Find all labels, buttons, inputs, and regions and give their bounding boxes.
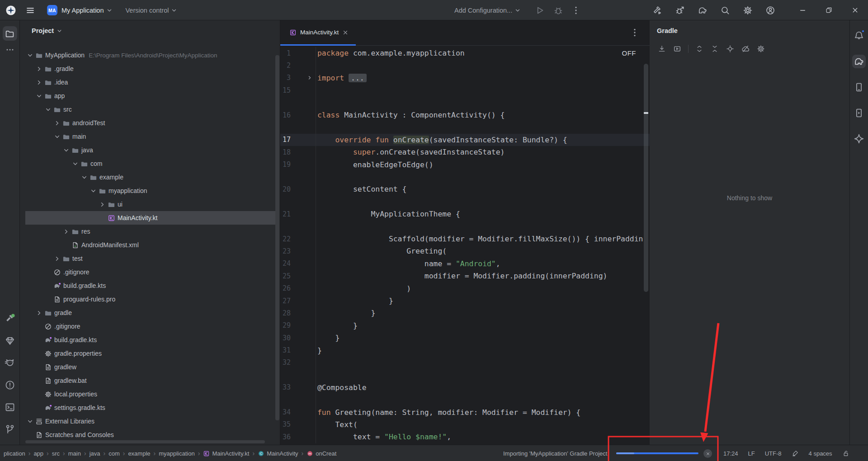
- code-line[interactable]: 28 }: [280, 307, 650, 319]
- line-number[interactable]: 2: [280, 59, 316, 71]
- line-number[interactable]: 15: [280, 84, 316, 96]
- run-configuration-selector[interactable]: Add Configuration...: [454, 7, 512, 14]
- expand-all-button[interactable]: [693, 43, 705, 55]
- breadcrumb-item[interactable]: src: [52, 450, 60, 457]
- tree-item[interactable]: build.gradle.kts: [25, 333, 275, 347]
- code-line[interactable]: 20 setContent {: [280, 183, 650, 195]
- line-number[interactable]: 33: [280, 381, 316, 394]
- tree-item[interactable]: src: [25, 103, 275, 116]
- tree-item[interactable]: External Libraries: [25, 414, 275, 428]
- gradle-settings-button[interactable]: [755, 43, 767, 55]
- code-line[interactable]: 25 modifier = Modifier.padding(innerPadd…: [280, 270, 650, 282]
- chevron-down-icon[interactable]: [44, 106, 52, 113]
- code-line[interactable]: 16class MainActivity : ComponentActivity…: [280, 109, 650, 121]
- line-number[interactable]: 29: [280, 320, 316, 332]
- debug-button[interactable]: [553, 5, 564, 16]
- tree-item[interactable]: myapplication: [25, 184, 275, 198]
- run-button[interactable]: [534, 5, 545, 16]
- chevron-right-icon[interactable]: [62, 228, 70, 235]
- settings-button[interactable]: [741, 4, 754, 17]
- code-line[interactable]: 23 Greeting(: [280, 245, 650, 257]
- breadcrumb-item[interactable]: example: [128, 450, 150, 457]
- editor-options-button[interactable]: [630, 28, 640, 38]
- line-number[interactable]: 30: [280, 332, 316, 344]
- version-control-menu[interactable]: Version control: [126, 7, 169, 14]
- line-number[interactable]: 19: [280, 159, 316, 171]
- more-actions-button[interactable]: [571, 5, 581, 15]
- breadcrumb-item[interactable]: MainActivity.kt: [203, 450, 249, 457]
- project-horizontal-scrollbar[interactable]: [25, 440, 265, 443]
- project-vertical-scrollbar[interactable]: [275, 55, 279, 420]
- main-menu-button[interactable]: [24, 4, 37, 17]
- more-tool-windows-button[interactable]: [5, 45, 14, 54]
- tree-item[interactable]: app: [25, 89, 275, 103]
- chevron-down-icon[interactable]: [80, 174, 88, 181]
- problems-button[interactable]: [5, 380, 15, 390]
- tree-item[interactable]: local.properties: [25, 387, 275, 401]
- breadcrumb-item[interactable]: monCreat: [307, 450, 336, 457]
- project-name[interactable]: My Application: [61, 7, 104, 14]
- tree-item[interactable]: settings.gradle.kts: [25, 401, 275, 414]
- tree-item[interactable]: com: [25, 157, 275, 170]
- code-line[interactable]: 21 MyApplicationTheme {: [280, 208, 650, 220]
- line-number[interactable]: 34: [280, 406, 316, 418]
- code-line[interactable]: 15: [280, 84, 650, 96]
- code-line[interactable]: 17 override fun onCreate(savedInstanceSt…: [280, 134, 650, 146]
- build-button[interactable]: [651, 4, 664, 17]
- chevron-right-icon[interactable]: [99, 201, 106, 208]
- tree-item[interactable]: proguard-rules.pro: [25, 292, 275, 306]
- breadcrumb-item[interactable]: myapplication: [159, 450, 195, 457]
- project-badge[interactable]: MA: [47, 5, 57, 15]
- code-line[interactable]: 32: [280, 357, 650, 369]
- tree-item[interactable]: java: [25, 143, 275, 157]
- line-number[interactable]: 32: [280, 357, 316, 369]
- tree-item[interactable]: MyApplicationE:\Program Files\Android\Pr…: [25, 48, 275, 62]
- code-line[interactable]: 34fun Greeting(name: String, modifier: M…: [280, 406, 650, 418]
- tree-item[interactable]: gradle: [25, 306, 275, 320]
- chevron-right-icon[interactable]: [35, 65, 43, 73]
- version-control-button[interactable]: [5, 424, 15, 435]
- project-tool-window-button[interactable]: [3, 26, 17, 41]
- unlocked-icon[interactable]: [842, 450, 849, 457]
- breadcrumb-item[interactable]: app: [33, 450, 43, 457]
- tree-item[interactable]: res: [25, 225, 275, 238]
- tree-item[interactable]: test: [25, 252, 275, 265]
- tree-item[interactable]: .gradle: [25, 62, 275, 75]
- tree-item[interactable]: MainActivity.kt: [25, 211, 275, 225]
- close-tab-icon[interactable]: [342, 29, 349, 36]
- line-number[interactable]: 21: [280, 208, 316, 220]
- tree-item[interactable]: main: [25, 130, 275, 143]
- fold-chevron-icon[interactable]: [307, 75, 313, 81]
- notifications-button[interactable]: [852, 29, 866, 42]
- breadcrumb-item[interactable]: CMainActivity: [258, 450, 298, 457]
- select-opened-button[interactable]: [724, 43, 736, 55]
- editor-scrollbar[interactable]: [644, 64, 648, 292]
- highlighting-level-icon[interactable]: [792, 450, 799, 457]
- line-number[interactable]: 25: [280, 270, 316, 282]
- profiler-button[interactable]: [674, 4, 686, 17]
- indent-setting[interactable]: 4 spaces: [809, 450, 832, 457]
- line-number[interactable]: 16: [280, 109, 316, 121]
- code-line[interactable]: 3import ...: [280, 72, 650, 84]
- line-number[interactable]: 36: [280, 431, 316, 443]
- code-line[interactable]: 29 }: [280, 320, 650, 332]
- search-button[interactable]: [719, 4, 731, 17]
- breadcrumb-item[interactable]: main: [68, 450, 81, 457]
- chevron-down-icon[interactable]: [35, 92, 43, 100]
- line-number[interactable]: 31: [280, 344, 316, 356]
- offline-mode-button[interactable]: [740, 43, 751, 55]
- code-line[interactable]: 18 super.onCreate(savedInstanceState): [280, 146, 650, 158]
- line-number[interactable]: 26: [280, 282, 316, 294]
- code-line[interactable]: 27 }: [280, 295, 650, 307]
- tree-item[interactable]: gradle.properties: [25, 347, 275, 360]
- code-line[interactable]: 36 text = "Hello $name!",: [280, 431, 650, 443]
- tree-item[interactable]: example: [25, 170, 275, 184]
- chevron-right-icon[interactable]: [35, 309, 43, 317]
- running-devices-button[interactable]: [852, 106, 866, 120]
- project-view-selector[interactable]: Project: [32, 27, 54, 34]
- code-line[interactable]: 19 enableEdgeToEdge(): [280, 159, 650, 171]
- code-line[interactable]: 33@Composable: [280, 381, 650, 394]
- tree-item[interactable]: gradlew: [25, 360, 275, 374]
- line-number[interactable]: 18: [280, 146, 316, 158]
- build-hammer-button[interactable]: [5, 313, 15, 324]
